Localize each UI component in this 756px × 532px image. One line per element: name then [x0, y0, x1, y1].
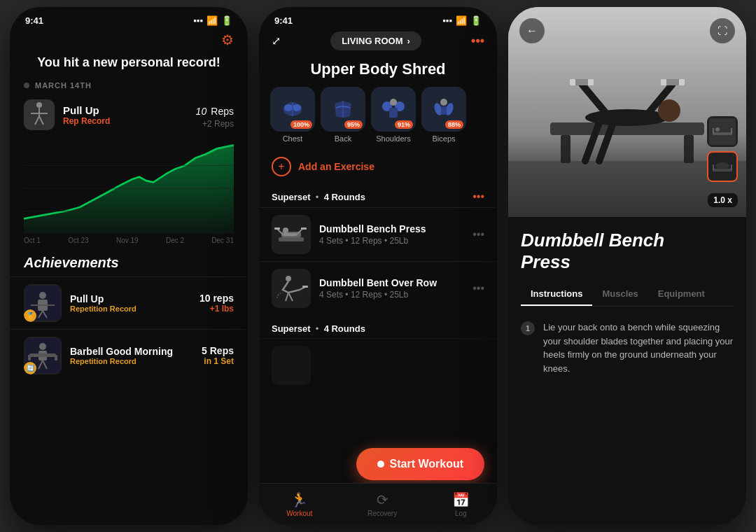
- pr-exercise-info: Pull Up Rep Record: [63, 104, 188, 126]
- exercise-item-2[interactable]: Dumbbell Bent Over Row 4 Sets • 12 Reps …: [259, 261, 497, 315]
- muscle-item-back[interactable]: 95% Back: [318, 87, 368, 143]
- superset1-more-icon[interactable]: •••: [472, 190, 484, 203]
- instruction-step-1: 1 Lie your back onto a bench while squee…: [521, 318, 734, 378]
- superset2-label: Superset • 4 Rounds: [272, 323, 365, 334]
- thumbnail-2[interactable]: [707, 151, 738, 182]
- muscle-item-biceps[interactable]: 88% Biceps: [419, 87, 469, 143]
- muscle-item-shoulders[interactable]: 91% Shoulders: [368, 87, 419, 143]
- achievements-title: Achievements: [10, 248, 248, 276]
- exercise-name-1: Dumbbell Bench Press: [319, 223, 464, 234]
- wifi-icon: 📶: [206, 15, 218, 26]
- svg-point-25: [293, 104, 301, 111]
- workout-tab-icon: 🏃: [290, 491, 308, 508]
- log-tab-icon: 📅: [452, 491, 470, 508]
- pr-banner: You hit a new personal record!: [10, 55, 248, 77]
- svg-point-33: [390, 99, 397, 106]
- svg-point-15: [39, 343, 46, 350]
- achievement-value-2: 5 Reps in 1 Set: [202, 345, 234, 366]
- bottom-tab-bar: 🏃 Workout ⟳ Recovery 📅 Log: [259, 483, 497, 525]
- tab-recovery[interactable]: ⟳ Recovery: [368, 491, 397, 517]
- pr-card: Pull Up Rep Record 10 Reps +2 Reps: [10, 94, 248, 136]
- muscle-pct-back: 95%: [344, 120, 363, 129]
- muscles-row: 100% Chest 95% Back: [259, 87, 497, 153]
- battery-icon: 🔋: [221, 15, 232, 26]
- exercise-item-3[interactable]: [259, 338, 497, 392]
- muscle-pct-chest: 100%: [290, 120, 312, 129]
- pr-delta: +2 Reps: [196, 119, 234, 129]
- start-workout-label: Start Workout: [390, 458, 463, 470]
- tab-instructions[interactable]: Instructions: [521, 283, 592, 306]
- settings-header: ⚙: [10, 26, 248, 55]
- muscle-icon-biceps: 88%: [421, 87, 466, 132]
- superset1-header: Superset • 4 Rounds •••: [259, 186, 497, 207]
- superset2-header: Superset • 4 Rounds: [259, 319, 497, 338]
- tab-log-label: Log: [455, 510, 467, 517]
- screen-personal-record: 9:41 ▪▪▪ 📶 🔋 ⚙ You hit a new personal re…: [10, 7, 248, 525]
- pr-value: 10 Reps +2 Reps: [196, 101, 234, 129]
- muscle-pct-shoulders: 91%: [395, 120, 413, 129]
- tab-workout[interactable]: 🏃 Workout: [286, 491, 312, 517]
- exercise-info-panel: Dumbbell BenchPress Instructions Muscles…: [508, 217, 746, 378]
- detail-tabs: Instructions Muscles Equipment: [521, 283, 734, 307]
- time-2: 9:41: [274, 15, 293, 26]
- start-workout-button[interactable]: Start Workout: [356, 448, 484, 480]
- hero-image: ← ⛶: [508, 7, 746, 217]
- fullscreen-button[interactable]: ⛶: [710, 18, 735, 43]
- exercise-detail-title: Dumbbell BenchPress: [521, 230, 734, 273]
- svg-rect-43: [283, 233, 297, 236]
- exercise-more-1[interactable]: •••: [472, 228, 484, 241]
- achievement-thumb-1: 🏅: [24, 284, 62, 322]
- back-button[interactable]: ←: [519, 18, 545, 43]
- back-arrow-icon: ←: [526, 24, 538, 37]
- svg-point-42: [283, 227, 288, 233]
- status-bar-1: 9:41 ▪▪▪ 📶 🔋: [10, 7, 248, 26]
- muscle-icon-shoulders: 91%: [371, 87, 416, 132]
- exercise-thumbnails: [707, 116, 738, 182]
- pr-exercise-name: Pull Up: [63, 104, 188, 116]
- add-exercise-icon: +: [272, 157, 291, 176]
- svg-line-3: [35, 116, 39, 125]
- time-1: 9:41: [25, 15, 43, 26]
- pr-chart: Oct 1 Oct 23 Nov 19 Dec 2 Dec 31: [10, 136, 248, 248]
- add-exercise[interactable]: + Add an Exercise: [259, 153, 497, 186]
- more-options-icon[interactable]: •••: [471, 34, 484, 48]
- location-pill[interactable]: LIVING ROOM ›: [330, 31, 421, 50]
- tab-workout-label: Workout: [286, 510, 312, 517]
- exercise-thumb-1: [272, 215, 311, 254]
- tab-equipment[interactable]: Equipment: [648, 283, 715, 306]
- exercise-item-1[interactable]: Dumbbell Bench Press 4 Sets • 12 Reps • …: [259, 207, 497, 261]
- muscle-item-chest[interactable]: 100% Chest: [267, 87, 318, 143]
- gear-icon[interactable]: ⚙: [221, 31, 234, 48]
- exercise-details-2: 4 Sets • 12 Reps • 25Lb: [319, 290, 464, 300]
- exercise-info-2: Dumbbell Bent Over Row 4 Sets • 12 Reps …: [319, 277, 464, 300]
- achievement-item-1[interactable]: 🏅 Pull Up Repetition Record 10 reps +1 l…: [10, 276, 248, 329]
- achievement-badge-1: 🏅: [24, 309, 36, 322]
- thumbnail-1[interactable]: [707, 116, 738, 147]
- achievement-item-2[interactable]: 🔄 Barbell Good Morning Repetition Record…: [10, 329, 248, 382]
- pr-type: Rep Record: [63, 116, 188, 126]
- tab-muscles[interactable]: Muscles: [592, 283, 648, 306]
- svg-rect-21: [55, 355, 57, 360]
- svg-rect-73: [713, 132, 732, 135]
- recovery-tab-icon: ⟳: [377, 491, 388, 508]
- workout-topbar: ⤢ LIVING ROOM › •••: [259, 26, 497, 56]
- date-label: MARCH 14TH: [10, 77, 248, 94]
- svg-rect-32: [389, 108, 398, 118]
- muscle-label-biceps: Biceps: [432, 134, 455, 143]
- achievement-thumb-2: 🔄: [24, 337, 62, 374]
- superset1-label: Superset • 4 Rounds: [272, 192, 365, 202]
- svg-point-37: [440, 99, 447, 106]
- achievement-info-1: Pull Up Repetition Record: [70, 293, 191, 313]
- exercise-more-2[interactable]: •••: [472, 282, 484, 295]
- pr-exercise-thumb: [24, 99, 55, 130]
- muscle-label-back: Back: [335, 134, 351, 143]
- step-text-1: Lie your back onto a bench while squeezi…: [543, 321, 734, 375]
- fullscreen-icon: ⛶: [718, 25, 727, 36]
- status-icons-2: ▪▪▪ 📶 🔋: [442, 15, 482, 26]
- achievement-value-1: 10 reps +1 lbs: [200, 293, 234, 314]
- svg-rect-47: [301, 227, 307, 230]
- expand-icon[interactable]: ⤢: [272, 34, 281, 48]
- svg-rect-46: [274, 227, 280, 230]
- tab-log[interactable]: 📅 Log: [452, 491, 470, 517]
- speed-badge[interactable]: 1.0 x: [708, 193, 738, 207]
